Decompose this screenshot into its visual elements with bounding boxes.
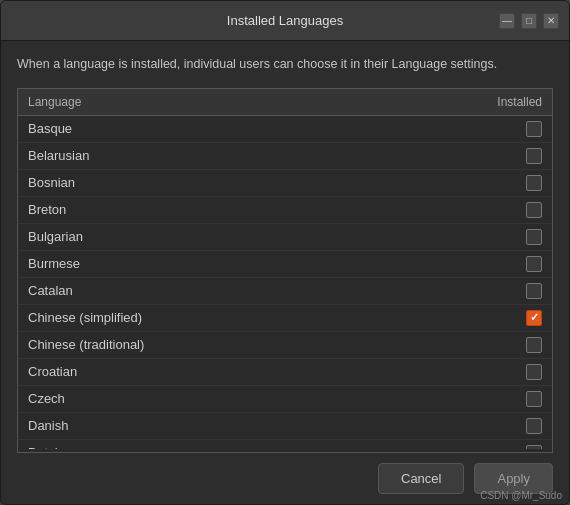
- window-title: Installed Languages: [71, 13, 499, 28]
- installed-checkbox[interactable]: [526, 337, 542, 353]
- installed-checkbox[interactable]: [526, 148, 542, 164]
- language-label: Bulgarian: [28, 229, 83, 244]
- language-label: Basque: [28, 121, 72, 136]
- watermark: CSDN @Mr_Sudo: [480, 490, 562, 501]
- language-label: Chinese (simplified): [28, 310, 142, 325]
- language-label: Breton: [28, 202, 66, 217]
- titlebar-controls: — □ ✕: [499, 13, 559, 29]
- table-row[interactable]: Bulgarian: [18, 224, 552, 251]
- language-label: Chinese (traditional): [28, 337, 144, 352]
- table-row[interactable]: Czech: [18, 386, 552, 413]
- language-table: Language Installed BasqueBelarusianBosni…: [17, 88, 553, 453]
- header-installed: Installed: [497, 95, 542, 109]
- table-row[interactable]: Croatian: [18, 359, 552, 386]
- table-row[interactable]: Bosnian: [18, 170, 552, 197]
- table-row[interactable]: Chinese (traditional): [18, 332, 552, 359]
- language-label: Czech: [28, 391, 65, 406]
- installed-checkbox[interactable]: [526, 283, 542, 299]
- installed-checkbox[interactable]: [526, 364, 542, 380]
- table-row[interactable]: Catalan: [18, 278, 552, 305]
- language-label: Dutch: [28, 445, 62, 449]
- table-row[interactable]: Belarusian: [18, 143, 552, 170]
- installed-checkbox[interactable]: [526, 310, 542, 326]
- language-label: Danish: [28, 418, 68, 433]
- maximize-button[interactable]: □: [521, 13, 537, 29]
- cancel-button[interactable]: Cancel: [378, 463, 464, 494]
- titlebar: Installed Languages — □ ✕: [1, 1, 569, 41]
- close-button[interactable]: ✕: [543, 13, 559, 29]
- table-row[interactable]: Chinese (simplified): [18, 305, 552, 332]
- installed-languages-window: Installed Languages — □ ✕ When a languag…: [0, 0, 570, 505]
- minimize-button[interactable]: —: [499, 13, 515, 29]
- table-row[interactable]: Burmese: [18, 251, 552, 278]
- installed-checkbox[interactable]: [526, 391, 542, 407]
- table-header: Language Installed: [18, 89, 552, 116]
- table-row[interactable]: Basque: [18, 116, 552, 143]
- language-label: Belarusian: [28, 148, 89, 163]
- table-row[interactable]: Dutch: [18, 440, 552, 449]
- installed-checkbox[interactable]: [526, 445, 542, 449]
- installed-checkbox[interactable]: [526, 202, 542, 218]
- language-label: Burmese: [28, 256, 80, 271]
- installed-checkbox[interactable]: [526, 229, 542, 245]
- language-label: Croatian: [28, 364, 77, 379]
- installed-checkbox[interactable]: [526, 418, 542, 434]
- language-label: Bosnian: [28, 175, 75, 190]
- installed-checkbox[interactable]: [526, 175, 542, 191]
- table-body: BasqueBelarusianBosnianBretonBulgarianBu…: [18, 116, 552, 449]
- table-row[interactable]: Breton: [18, 197, 552, 224]
- description-text: When a language is installed, individual…: [1, 41, 569, 88]
- header-language: Language: [28, 95, 81, 109]
- installed-checkbox[interactable]: [526, 121, 542, 137]
- language-label: Catalan: [28, 283, 73, 298]
- table-row[interactable]: Danish: [18, 413, 552, 440]
- installed-checkbox[interactable]: [526, 256, 542, 272]
